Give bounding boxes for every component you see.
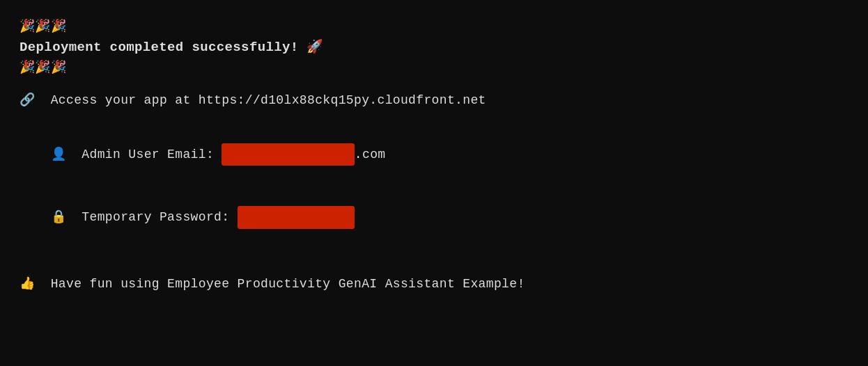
admin-email-suffix: .com bbox=[355, 148, 386, 161]
admin-email-redacted: ●●●●●●●●●●●●●●●● bbox=[222, 143, 355, 166]
spacer-2 bbox=[20, 111, 848, 123]
temp-password-redacted: ●●●●●●●●●●●●●● bbox=[238, 206, 355, 229]
spacer-3 bbox=[20, 249, 848, 262]
confetti-bottom-line: 🎉🎉🎉 bbox=[20, 58, 848, 78]
deployment-success-line: Deployment completed successfully! 🚀 bbox=[20, 37, 848, 58]
admin-email-line: 👤 Admin User Email: ●●●●●●●●●●●●●●●●.com bbox=[20, 123, 848, 186]
admin-email-label: 👤 Admin User Email: bbox=[51, 148, 222, 161]
spacer-4 bbox=[20, 262, 848, 274]
have-fun-line: 👍 Have fun using Employee Productivity G… bbox=[20, 274, 848, 294]
temp-password-label: 🔒 Temporary Password: bbox=[51, 210, 238, 224]
confetti-top-line: 🎉🎉🎉 bbox=[20, 17, 848, 37]
spacer-1 bbox=[20, 78, 848, 90]
temp-password-line: 🔒 Temporary Password: ●●●●●●●●●●●●●● bbox=[20, 186, 848, 248]
terminal-output: 🎉🎉🎉 Deployment completed successfully! 🚀… bbox=[20, 17, 848, 294]
access-url-line: 🔗 Access your app at https://d10lx88ckq1… bbox=[20, 90, 848, 111]
